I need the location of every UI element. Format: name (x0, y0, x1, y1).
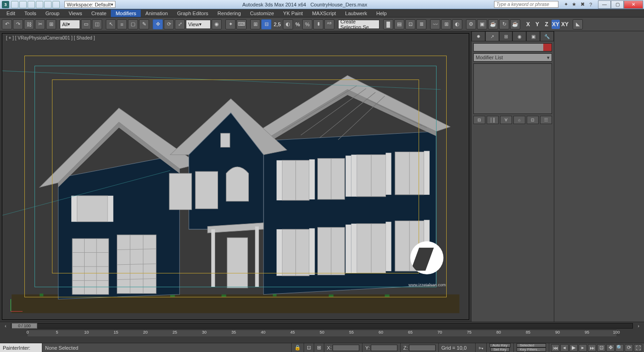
menu-customize[interactable]: Customize (246, 10, 279, 17)
ref-coord-combo[interactable]: View ▾ (186, 20, 211, 29)
layers-icon[interactable]: ≣ (416, 19, 426, 29)
minimize-button[interactable]: — (598, 0, 611, 9)
goto-end-icon[interactable]: ⏭ (588, 344, 596, 352)
snap-3d-icon[interactable]: ⊟ (261, 19, 271, 29)
menu-edit[interactable]: Edit (2, 10, 20, 17)
time-thumb[interactable]: 0 / 100 (12, 323, 37, 329)
select-name-icon[interactable]: ≡ (117, 19, 127, 29)
selection-filter[interactable]: All ▾ (60, 20, 80, 29)
scale-icon[interactable]: ⤢ (175, 19, 185, 29)
nav-max-icon[interactable]: ⛶ (634, 344, 642, 352)
redo-icon[interactable]: ↷ (13, 19, 23, 29)
keyfilters-button[interactable]: Key Filters... (517, 347, 546, 352)
axis-xy2-button[interactable]: XY (561, 20, 569, 29)
undo-icon[interactable]: ↶ (2, 19, 12, 29)
menu-views[interactable]: Views (64, 10, 86, 17)
unlink-icon[interactable]: ✂ (35, 19, 45, 29)
percent-snap-icon[interactable]: % (302, 19, 312, 29)
named-selection-combo[interactable]: Create Selection Se (338, 20, 380, 29)
isolate-icon[interactable]: ⊡ (304, 343, 314, 352)
app-logo-icon[interactable]: 3 (2, 1, 9, 8)
modify-tab-icon[interactable]: ↗ (485, 31, 499, 41)
next-frame-icon[interactable]: ▸ (579, 344, 587, 352)
teapot-icon[interactable]: ☕ (510, 19, 520, 29)
signin-icon[interactable]: ★ (570, 1, 578, 8)
help-search-input[interactable] (494, 1, 558, 8)
exchange-icon[interactable]: ✖ (579, 1, 586, 8)
create-tab-icon[interactable]: ✸ (472, 31, 485, 41)
time-config-icon[interactable]: ⊡ (597, 344, 605, 352)
stack-btn-0[interactable]: ⊟ (473, 116, 485, 124)
paint-select-icon[interactable]: ✎ (139, 19, 149, 29)
schematic-icon[interactable]: ⊞ (441, 19, 451, 29)
render-prod-icon[interactable]: ☕ (488, 19, 498, 29)
time-track[interactable]: 0 / 100 (11, 323, 633, 329)
viewport[interactable]: [ + ] [ VRayPhysicalCamera001 ] [ Shaded… (2, 33, 469, 320)
menu-maxscript[interactable]: MAXScript (307, 10, 340, 17)
key-mode-icon[interactable]: 🗝 (476, 343, 487, 352)
extra-tool-icon[interactable]: ◣ (573, 19, 583, 29)
utilities-tab-icon[interactable]: 🔧 (540, 31, 554, 41)
stack-btn-5[interactable]: ☷ (540, 116, 552, 124)
stack-btn-2[interactable]: ∀ (500, 116, 512, 124)
snap-2d-icon[interactable]: ⊞ (250, 19, 260, 29)
render-setup-icon[interactable]: ⚙ (466, 19, 476, 29)
nav-pan-icon[interactable]: ✥ (606, 344, 615, 352)
coord-y-input[interactable] (371, 345, 397, 351)
modifier-stack[interactable] (473, 63, 552, 114)
bind-icon[interactable]: ⊞ (46, 19, 56, 29)
prev-frame-icon[interactable]: ◂ (560, 344, 569, 352)
qat-link-icon[interactable] (52, 1, 60, 8)
time-ruler[interactable]: 0510152025303540455055606570758085909510… (28, 329, 616, 337)
modifier-list-combo[interactable]: Modifier List▾ (473, 53, 552, 62)
qat-new-icon[interactable] (11, 1, 18, 8)
qat-undo-icon[interactable] (36, 1, 43, 8)
render-frame-icon[interactable]: ▣ (477, 19, 487, 29)
axis-x-button[interactable]: X (524, 20, 532, 29)
render-iter-icon[interactable]: ↻ (499, 19, 509, 29)
angle-snap-icon[interactable]: ◐ (283, 19, 293, 29)
object-color-swatch[interactable] (543, 44, 552, 51)
setkey-button[interactable]: Set Key (490, 347, 510, 352)
help-icon[interactable]: ? (587, 1, 594, 8)
axis-z-button[interactable]: Z (542, 20, 551, 29)
selection-lock-icon[interactable]: ⊞ (314, 343, 324, 352)
display-tab-icon[interactable]: ▣ (526, 31, 540, 41)
menu-help[interactable]: Help (372, 10, 391, 17)
close-button[interactable]: ✕ (624, 0, 643, 9)
quickalign-icon[interactable]: ⊡ (405, 19, 415, 29)
link-icon[interactable]: ⛓ (24, 19, 34, 29)
keymode-combo[interactable]: Selected (517, 343, 546, 347)
window-crossing-icon[interactable]: ◫ (92, 19, 102, 29)
timeline-right-arrow-icon[interactable]: › (636, 323, 641, 329)
manip-icon[interactable]: ✦ (225, 19, 236, 29)
viewport-label[interactable]: [ + ] [ VRayPhysicalCamera001 ] [ Shaded… (6, 35, 95, 40)
select-icon[interactable]: ▭ (81, 19, 91, 29)
axis-y-button[interactable]: Y (533, 20, 541, 29)
stack-btn-3[interactable]: ⌂ (513, 116, 525, 124)
timeline-left-arrow-icon[interactable]: ‹ (3, 323, 8, 329)
maximize-button[interactable]: ▢ (611, 0, 624, 9)
autokey-button[interactable]: Auto Key (489, 343, 511, 347)
axis-xy-button[interactable]: XY (552, 20, 560, 29)
qat-redo-icon[interactable] (44, 1, 52, 8)
infocenter-icon[interactable]: ✦ (562, 1, 569, 8)
spinner-snap-icon[interactable]: ⬍ (313, 19, 323, 29)
pivot-icon[interactable]: ◉ (212, 19, 222, 29)
lock-icon[interactable]: 🔒 (292, 343, 304, 352)
stack-btn-1[interactable]: │║ (487, 116, 499, 124)
menu-group[interactable]: Group (41, 10, 64, 17)
align-icon[interactable]: ▤ (394, 19, 404, 29)
menu-yk-paint[interactable]: YK Paint (279, 10, 308, 17)
mat-editor-icon[interactable]: ◐ (452, 19, 462, 29)
menu-tools[interactable]: Tools (20, 10, 41, 17)
play-icon[interactable]: ▶ (569, 344, 578, 352)
qat-save-icon[interactable] (28, 1, 35, 8)
hierarchy-tab-icon[interactable]: ⊞ (499, 31, 513, 41)
qat-open-icon[interactable] (19, 1, 27, 8)
trackbar[interactable] (28, 336, 616, 343)
menu-rendering[interactable]: Rendering (213, 10, 246, 17)
stack-btn-4[interactable]: ⊡ (527, 116, 539, 124)
mirror-icon[interactable]: ▐▌ (383, 19, 393, 29)
workspace-selector[interactable]: Workspace: Default ▾ (64, 1, 115, 8)
